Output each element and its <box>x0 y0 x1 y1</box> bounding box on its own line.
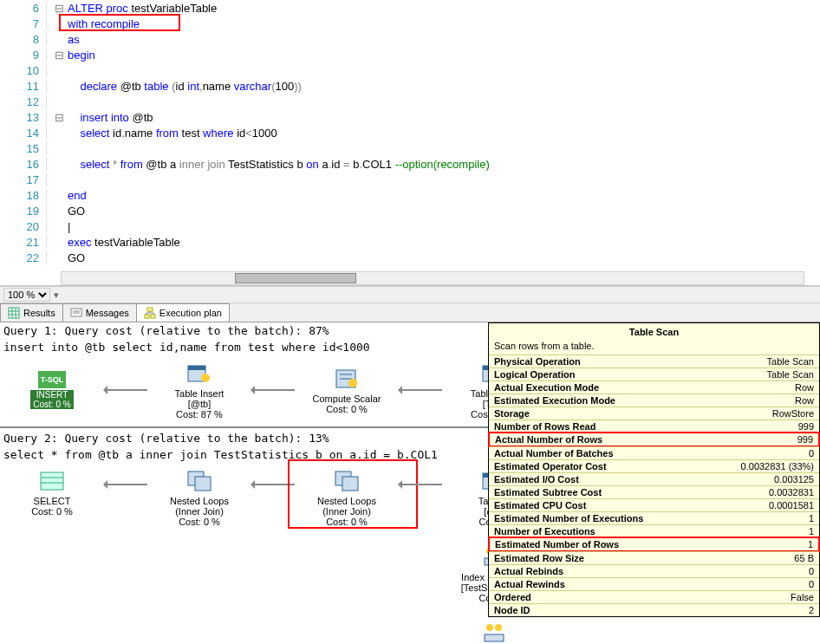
line-number: 13 <box>0 111 47 124</box>
line-number: 12 <box>0 95 47 108</box>
tooltip-title: Table Scan <box>489 323 819 341</box>
code-line[interactable]: 19GO <box>0 203 820 218</box>
plan-icon <box>144 307 156 319</box>
tab-results[interactable]: Results <box>0 303 63 322</box>
plan-arrow <box>104 484 147 485</box>
tooltip-property: Node ID2 <box>489 603 819 616</box>
line-number: 8 <box>0 33 47 46</box>
line-number: 21 <box>0 236 47 249</box>
svg-point-21 <box>348 379 357 387</box>
tooltip-property: Estimated Number of Executions1 <box>489 511 819 524</box>
tooltip-property: Estimated Execution ModeRow <box>489 394 819 407</box>
tooltip-property: Actual Rewinds0 <box>489 577 819 590</box>
tab-execution-plan[interactable]: Execution plan <box>136 303 230 322</box>
line-number: 7 <box>0 17 47 30</box>
code-line[interactable]: 20| <box>0 218 820 234</box>
tab-label: Execution plan <box>159 308 222 318</box>
svg-rect-38 <box>485 634 504 641</box>
code-line[interactable]: 16 select * from @tb a inner join TestSt… <box>0 156 820 172</box>
line-number: 10 <box>0 64 47 77</box>
code-line[interactable]: 15 <box>0 140 820 156</box>
zoom-dropdown-icon: ▾ <box>54 289 59 301</box>
node-insert[interactable]: T-SQL INSERT Cost: 0 % <box>9 371 95 409</box>
rid-lookup-icon <box>478 621 510 643</box>
table-insert-icon <box>184 361 215 387</box>
plan-arrow <box>251 484 295 485</box>
code-line[interactable]: 17 <box>0 172 820 187</box>
code-editor[interactable]: 6⊟ALTER proc testVariableTable7with reco… <box>0 0 820 286</box>
node-rid-lookup[interactable]: RID Lookup (Heap) <box>451 621 537 643</box>
zoom-bar: 100 % ▾ <box>0 286 820 303</box>
code-line[interactable]: 22GO <box>0 250 820 265</box>
line-number: 14 <box>0 127 47 140</box>
svg-rect-0 <box>9 308 19 318</box>
tooltip-property: Number of Executions1 <box>489 524 819 537</box>
tooltip-property: Logical OperationTable Scan <box>489 368 819 381</box>
code-line[interactable]: 8as <box>0 31 820 47</box>
tab-label: Results <box>23 308 55 318</box>
svg-rect-16 <box>188 366 205 370</box>
tooltip-property: Estimated Operator Cost0.0032831 (33%) <box>489 459 819 472</box>
tab-label: Messages <box>86 308 129 318</box>
svg-rect-10 <box>151 315 155 318</box>
svg-point-17 <box>201 374 210 382</box>
plan-arrow <box>104 389 147 391</box>
code-line[interactable]: 11 declare @tb table (id int,name varcha… <box>0 78 820 94</box>
tooltip-property: Number of Rows Read999 <box>489 420 819 433</box>
nested-loops-icon <box>184 468 215 494</box>
operator-tooltip: Table Scan Scan rows from a table. Physi… <box>488 322 820 617</box>
node-select[interactable]: SELECT Cost: 0 % <box>9 468 95 517</box>
horizontal-scrollbar[interactable] <box>61 271 804 285</box>
line-number: 18 <box>0 189 47 202</box>
node-nested-loops-2[interactable]: Nested Loops (Inner Join) Cost: 0 % <box>303 468 390 527</box>
line-number: 22 <box>0 251 47 264</box>
svg-point-36 <box>486 624 493 631</box>
tooltip-property: Actual Number of Rows999 <box>488 432 820 447</box>
plan-arrow <box>399 389 442 391</box>
code-line[interactable]: 10 <box>0 62 820 78</box>
fold-toggle[interactable]: ⊟ <box>52 49 66 62</box>
node-compute-scalar[interactable]: Compute Scalar Cost: 0 % <box>303 366 390 414</box>
tooltip-sub: Scan rows from a table. <box>489 341 819 355</box>
code-line[interactable]: 9⊟begin <box>0 47 820 62</box>
node-nested-loops-1[interactable]: Nested Loops (Inner Join) Cost: 0 % <box>156 468 243 527</box>
tsql-icon: T-SQL <box>38 371 66 388</box>
tooltip-property: Estimated Number of Rows1 <box>488 537 820 552</box>
execution-plan-pane[interactable]: Query 1: Query cost (relative to the bat… <box>0 322 820 643</box>
line-number: 17 <box>0 173 47 186</box>
fold-toggle[interactable]: ⊟ <box>52 2 66 15</box>
zoom-select[interactable]: 100 % <box>3 288 50 302</box>
plan-arrow <box>251 389 295 391</box>
line-number: 9 <box>0 49 47 62</box>
code-line[interactable]: 18end <box>0 187 820 203</box>
code-line[interactable]: 13⊟ insert into @tb <box>0 109 820 125</box>
node-table-insert[interactable]: Table Insert [@tb] Cost: 87 % <box>156 361 243 420</box>
line-number: 6 <box>0 2 47 15</box>
grid-icon <box>8 307 20 319</box>
fold-toggle[interactable]: ⊟ <box>52 111 66 124</box>
line-number: 16 <box>0 158 47 171</box>
select-icon <box>36 468 68 494</box>
tooltip-property: Estimated I/O Cost0.003125 <box>489 472 819 485</box>
tooltip-property: Physical OperationTable Scan <box>489 355 819 368</box>
tooltip-property: Estimated Subtree Cost0.0032831 <box>489 485 819 498</box>
svg-rect-30 <box>342 477 358 491</box>
code-line[interactable]: 12 <box>0 94 820 109</box>
tooltip-property: Actual Rebinds0 <box>489 564 819 577</box>
messages-icon <box>70 307 82 319</box>
tooltip-property: Estimated CPU Cost0.0001581 <box>489 498 819 511</box>
tab-messages[interactable]: Messages <box>62 303 137 322</box>
code-line[interactable]: 6⊟ALTER proc testVariableTable <box>0 0 820 16</box>
result-tabs: Results Messages Execution plan <box>0 303 820 322</box>
svg-rect-24 <box>41 472 63 490</box>
plan-arrow <box>399 484 442 485</box>
code-line[interactable]: 21exec testVariableTable <box>0 234 820 250</box>
tooltip-property: OrderedFalse <box>489 590 819 603</box>
line-number: 15 <box>0 142 47 155</box>
svg-rect-8 <box>147 308 153 311</box>
code-line[interactable]: 7with recompile <box>0 16 820 31</box>
line-number: 11 <box>0 80 47 93</box>
tooltip-property: Actual Number of Batches0 <box>489 446 819 459</box>
tooltip-property: Estimated Row Size65 B <box>489 551 819 564</box>
code-line[interactable]: 14 select id,name from test where id<100… <box>0 125 820 140</box>
